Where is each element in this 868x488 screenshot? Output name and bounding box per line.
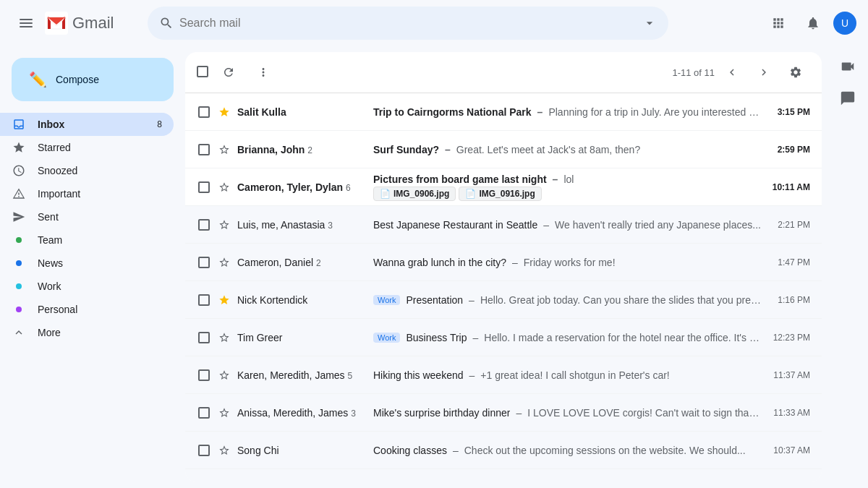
- table-row[interactable]: Luis, me, Anastasia 3 Best Japanese Rest…: [185, 206, 822, 244]
- search-icon: [159, 16, 174, 30]
- sidebar-item-personal[interactable]: Personal: [0, 298, 174, 321]
- right-panel: [827, 46, 868, 488]
- row-checkbox-2[interactable]: [197, 144, 211, 155]
- search-bar[interactable]: [148, 7, 668, 40]
- meet-icon[interactable]: [833, 52, 862, 81]
- sidebar-item-starred[interactable]: Starred: [0, 136, 174, 159]
- row-subject-preview-4: Best Japanese Restaurant in Seattle – We…: [373, 219, 761, 231]
- row-preview-11: I'll be leaving in a few days. Here is m…: [441, 482, 761, 483]
- topbar: Gmail U: [0, 0, 868, 46]
- row-sender-5: Cameron, Daniel 2: [237, 257, 367, 268]
- sidebar-item-inbox[interactable]: Inbox 8: [0, 113, 174, 136]
- row-star-10[interactable]: [217, 445, 231, 456]
- row-checkbox-9[interactable]: [197, 407, 211, 419]
- row-separator-9: –: [516, 407, 522, 419]
- news-label: News: [38, 257, 162, 269]
- notifications-icon[interactable]: [799, 9, 827, 38]
- svg-rect-2: [20, 26, 33, 27]
- next-page-button[interactable]: [749, 58, 778, 87]
- compose-button[interactable]: ✏️ Compose: [12, 58, 174, 101]
- sidebar-item-important[interactable]: Important: [0, 182, 174, 205]
- prev-page-button[interactable]: [718, 58, 746, 87]
- search-input[interactable]: [179, 17, 637, 30]
- row-star-8[interactable]: [217, 369, 231, 381]
- row-checkbox-4[interactable]: [197, 219, 211, 231]
- row-subject-2: Surf Sunday?: [373, 144, 439, 155]
- row-separator-10: –: [453, 445, 459, 456]
- row-sender-4: Luis, me, Anastasia 3: [237, 219, 367, 231]
- row-star-6[interactable]: [217, 294, 231, 306]
- sidebar-item-work[interactable]: Work: [0, 275, 174, 298]
- search-expand-icon[interactable]: [642, 16, 657, 30]
- toolbar-left: [197, 58, 278, 87]
- row-checkbox-7[interactable]: [197, 332, 211, 343]
- row-checkbox-10[interactable]: [197, 445, 211, 456]
- row-star-1[interactable]: [217, 106, 231, 118]
- attach-icon-2: 📄: [465, 189, 476, 199]
- work-label-chip-7: Work: [373, 333, 400, 343]
- table-row[interactable]: Song Chi Cooking classes – Check out the…: [185, 432, 822, 469]
- row-subject-preview-11: My roadtrip – I'll be leaving in a few d…: [373, 482, 761, 483]
- row-time-6: 1:16 PM: [767, 295, 810, 305]
- work-label: Work: [38, 281, 162, 292]
- row-checkbox-6[interactable]: [197, 294, 211, 306]
- news-dot-icon: [12, 260, 26, 266]
- row-sender-11: Mizra Sato: [237, 482, 367, 483]
- row-star-11[interactable]: [217, 482, 231, 483]
- settings-button[interactable]: [781, 58, 810, 87]
- sidebar-item-snoozed[interactable]: Snoozed: [0, 159, 174, 182]
- row-preview-8: +1 great idea! I call shotgun in Peter's…: [480, 369, 761, 381]
- apps-icon[interactable]: [764, 9, 793, 38]
- row-star-9[interactable]: [217, 407, 231, 419]
- row-checkbox-3[interactable]: [197, 181, 211, 193]
- attachment-2[interactable]: 📄 IMG_0916.jpg: [459, 187, 541, 201]
- personal-dot-icon: [12, 307, 26, 312]
- row-time-10: 10:37 AM: [767, 445, 810, 455]
- attachment-1[interactable]: 📄 IMG_0906.jpg: [373, 187, 456, 201]
- sidebar-item-news[interactable]: News: [0, 252, 174, 275]
- chat-icon[interactable]: [833, 84, 862, 113]
- row-checkbox-1[interactable]: [197, 106, 211, 118]
- row-subject-preview-1: Trip to Cairngorms National Park – Plann…: [373, 106, 761, 118]
- sidebar-item-more[interactable]: More: [0, 321, 174, 344]
- row-subject-8: Hiking this weekend: [373, 369, 464, 381]
- row-star-3[interactable]: [217, 181, 231, 193]
- row-star-4[interactable]: [217, 219, 231, 231]
- row-subject-preview-8: Hiking this weekend – +1 great idea! I c…: [373, 369, 761, 381]
- table-row[interactable]: Anissa, Meredith, James 3 Mike's surpris…: [185, 394, 822, 432]
- table-row[interactable]: Nick Kortendick Work Presentation – Hell…: [185, 281, 822, 319]
- table-row[interactable]: Salit Kulla Trip to Cairngorms National …: [185, 93, 822, 131]
- table-row[interactable]: Tim Greer Work Business Trip – Hello. I …: [185, 319, 822, 356]
- table-row[interactable]: Cameron, Tyler, Dylan 6 Pictures from bo…: [185, 168, 822, 206]
- row-checkbox-5[interactable]: [197, 257, 211, 268]
- snoozed-label: Snoozed: [38, 165, 162, 176]
- row-checkbox-8[interactable]: [197, 369, 211, 381]
- select-all-checkbox[interactable]: [197, 66, 208, 80]
- row-subject-9: Mike's surprise birthday dinner: [373, 407, 510, 419]
- row-subject-3: Pictures from board game last night: [373, 174, 547, 185]
- row-sender-1: Salit Kulla: [237, 106, 367, 118]
- row-time-7: 12:23 PM: [767, 333, 810, 343]
- row-star-7[interactable]: [217, 332, 231, 343]
- row-subject-10: Cooking classes: [373, 445, 447, 456]
- more-options-button[interactable]: [249, 58, 278, 87]
- row-checkbox-11[interactable]: [197, 482, 211, 483]
- sidebar-item-team[interactable]: Team: [0, 228, 174, 252]
- table-row[interactable]: Cameron, Daniel 2 Wanna grab lunch in th…: [185, 244, 822, 281]
- page-info: 1-11 of 11: [672, 67, 715, 78]
- sidebar-item-sent[interactable]: Sent: [0, 205, 174, 228]
- row-sender-6: Nick Kortendick: [237, 294, 367, 306]
- row-sender-7: Tim Greer: [237, 332, 367, 343]
- avatar[interactable]: U: [833, 12, 856, 35]
- row-time-2: 2:59 PM: [767, 145, 810, 155]
- table-row[interactable]: Brianna, John 2 Surf Sunday? – Great. Le…: [185, 131, 822, 168]
- table-row[interactable]: Karen, Meredith, James 5 Hiking this wee…: [185, 356, 822, 394]
- hamburger-icon[interactable]: [12, 9, 41, 38]
- email-list-container: 1-11 of 11: [185, 52, 822, 482]
- row-sender-10: Song Chi: [237, 445, 367, 456]
- row-star-5[interactable]: [217, 257, 231, 268]
- row-star-2[interactable]: [217, 144, 231, 155]
- important-icon: [12, 187, 26, 200]
- table-row[interactable]: Mizra Sato My roadtrip – I'll be leaving…: [185, 469, 822, 482]
- refresh-button[interactable]: [214, 58, 243, 87]
